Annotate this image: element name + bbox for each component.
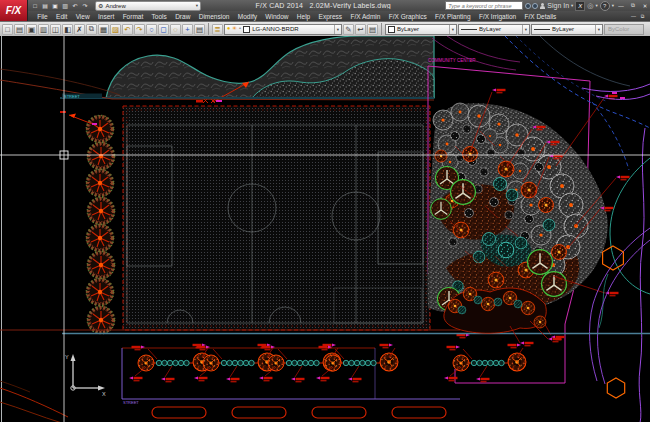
search-icon[interactable] <box>525 3 538 9</box>
communication-center-icon[interactable]: ◎ <box>587 2 593 10</box>
layer-states-icon[interactable]: ▤ <box>367 24 378 35</box>
match-properties-icon[interactable]: ▨ <box>110 24 121 35</box>
toolbar-separator <box>208 23 209 35</box>
redo-icon[interactable]: ↷ <box>134 24 145 35</box>
linetype-sample <box>461 29 477 30</box>
title-bar: F/X □ ▤ ▣ ▥ ↶ ↷ ⚙ Andrew ▾ F/X CAD 2014 … <box>0 0 650 11</box>
qat-print-icon[interactable]: ▥ <box>61 2 69 10</box>
workspace-dropdown[interactable]: ⚙ Andrew ▾ <box>95 1 201 11</box>
copy-icon[interactable]: ⧉ <box>86 24 97 35</box>
make-object-layer-current-icon[interactable]: ✎ <box>343 24 354 35</box>
menu-view[interactable]: View <box>71 13 93 20</box>
menu-dimension[interactable]: Dimension <box>195 13 234 20</box>
help-caret-icon[interactable]: ▾ <box>612 3 614 8</box>
new-icon[interactable]: □ <box>2 24 13 35</box>
workspace-value: Andrew <box>105 3 125 9</box>
lineweight-dropdown[interactable]: ByLayer ▾ <box>531 24 603 35</box>
ucs-icon: Y X <box>65 354 106 397</box>
menu-draw[interactable]: Draw <box>171 13 195 20</box>
menu-fx-details[interactable]: F/X Details <box>520 13 560 20</box>
layer-manager-icon[interactable]: ≣ <box>212 24 223 35</box>
toolbar-row: □ ▤ ▣ ▥ ◫ ◧ ✗ ⧉ ▦ ▨ ↶ ↷ ○ ◻ ◌ + ▤ ≣ ● ☀ … <box>0 21 650 36</box>
restore-button[interactable]: ⧉ <box>628 2 638 10</box>
lineweight-sample <box>534 29 550 30</box>
zoom-previous-icon[interactable]: ◌ <box>170 24 181 35</box>
open-icon[interactable]: ▤ <box>14 24 25 35</box>
lineweight-value: ByLayer <box>552 26 574 32</box>
street-top-label: STREET <box>64 94 80 99</box>
plot-icon[interactable]: ▥ <box>38 24 49 35</box>
drawing-svg[interactable]: STREET <box>0 36 650 422</box>
gear-icon: ⚙ <box>98 2 103 9</box>
color-dropdown[interactable]: ByLayer ▾ <box>385 24 457 35</box>
layer-freeze-icon[interactable]: ☀ <box>232 26 237 32</box>
exchange-apps-icon[interactable]: X <box>575 1 585 11</box>
qat-open-icon[interactable]: ▤ <box>41 2 49 10</box>
hatch-groundcover-region <box>106 36 434 103</box>
street-bottom-label: STREET <box>123 400 139 405</box>
close-button[interactable]: ✕ <box>640 2 650 10</box>
linetype-caret-icon[interactable]: ▾ <box>522 25 527 34</box>
menu-edit[interactable]: Edit <box>52 13 72 20</box>
publish-icon[interactable]: ◧ <box>62 24 73 35</box>
menu-modify[interactable]: Modify <box>234 13 262 20</box>
app-title: F/X CAD 2014 <box>256 2 304 9</box>
color-caret-icon[interactable]: ▾ <box>449 25 454 34</box>
qat-redo-icon[interactable]: ↷ <box>81 2 89 10</box>
cut-icon[interactable]: ✗ <box>74 24 85 35</box>
turf-sports-field <box>123 106 430 330</box>
qat-save-icon[interactable]: ▣ <box>51 2 59 10</box>
menu-fx-irrigation[interactable]: F/X Irrigation <box>475 13 521 20</box>
menu-fx-planting[interactable]: F/X Planting <box>431 13 475 20</box>
zoom-window-icon[interactable]: ◻ <box>158 24 169 35</box>
doc-restore-button[interactable]: ⧉ <box>638 13 647 20</box>
undo-icon[interactable]: ↶ <box>122 24 133 35</box>
plot-style-dropdown: ByColor <box>604 24 644 35</box>
ucs-y-label: Y <box>65 354 69 360</box>
menu-fx-graphics[interactable]: F/X Graphics <box>385 13 431 20</box>
doc-minimize-button[interactable]: — <box>629 13 638 20</box>
pan-icon[interactable]: + <box>182 24 193 35</box>
layer-previous-icon[interactable]: ↩ <box>355 24 366 35</box>
menu-format[interactable]: Format <box>118 13 147 20</box>
document-title: 2.02M-Verify Labels.dwg <box>310 2 391 9</box>
layer-lock-icon[interactable]: ▪ <box>239 26 241 32</box>
menu-tools[interactable]: Tools <box>147 13 171 20</box>
toolbar-separator <box>381 23 382 35</box>
menu-bar: File Edit View Insert Format Tools Draw … <box>0 11 650 21</box>
layer-caret-icon[interactable]: ▾ <box>334 25 339 34</box>
minimize-button[interactable]: — <box>616 2 626 10</box>
layer-dropdown[interactable]: ● ☀ ▪ LG-ANNO-BRDR ▾ <box>224 24 342 35</box>
menu-fx-admin[interactable]: F/X Admin <box>346 13 384 20</box>
menu-window[interactable]: Window <box>261 13 293 20</box>
zoom-realtime-icon[interactable]: ○ <box>146 24 157 35</box>
parking-islands <box>152 407 446 418</box>
sign-in-link[interactable]: Sign In <box>547 2 569 9</box>
search-input[interactable] <box>445 1 523 10</box>
qat-undo-icon[interactable]: ↶ <box>71 2 79 10</box>
plot-style-value: ByColor <box>608 26 629 32</box>
tree-row-left <box>60 111 115 334</box>
sign-in-caret-icon[interactable]: ▾ <box>571 3 573 8</box>
qat-new-icon[interactable]: □ <box>31 2 39 10</box>
save-icon[interactable]: ▣ <box>26 24 37 35</box>
menu-help[interactable]: Help <box>293 13 315 20</box>
help-icon[interactable]: ? <box>600 1 610 11</box>
paste-icon[interactable]: ▦ <box>98 24 109 35</box>
comm-caret-icon[interactable]: ▾ <box>595 3 597 8</box>
linetype-dropdown[interactable]: ByLayer ▾ <box>458 24 530 35</box>
linetype-value: ByLayer <box>479 26 501 32</box>
document-window-buttons: — ⧉ <box>629 13 650 20</box>
properties-icon[interactable]: ▤ <box>194 24 205 35</box>
menu-express[interactable]: Express <box>314 13 346 20</box>
menu-file[interactable]: File <box>33 13 52 20</box>
lineweight-caret-icon[interactable]: ▾ <box>595 25 600 34</box>
chevron-down-icon: ▾ <box>196 3 198 8</box>
app-logo[interactable]: F/X <box>0 0 28 21</box>
plot-preview-icon[interactable]: ◫ <box>50 24 61 35</box>
menu-insert[interactable]: Insert <box>94 13 119 20</box>
user-icon <box>540 3 545 9</box>
layer-on-icon[interactable]: ● <box>227 26 230 32</box>
drawing-canvas[interactable]: STREET <box>0 36 650 422</box>
curb-curves <box>0 381 68 422</box>
